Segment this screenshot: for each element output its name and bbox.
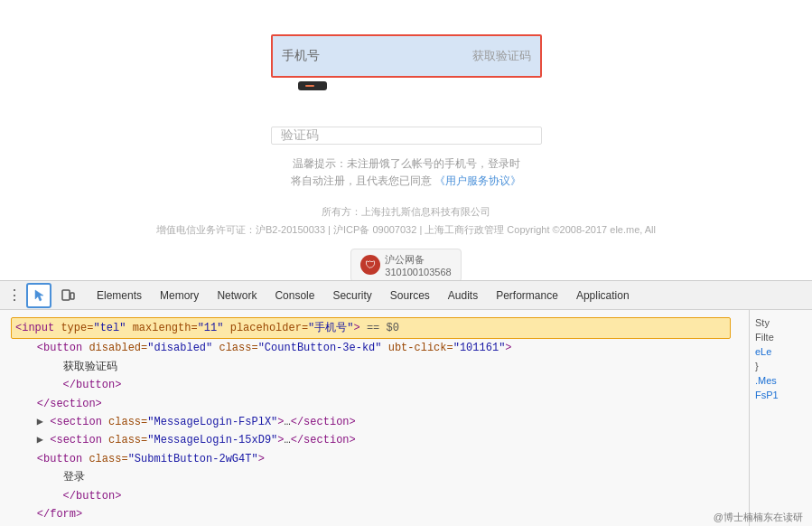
- watermark-text: @博士楠楠东在读研: [714, 512, 803, 522]
- tab-sources[interactable]: Sources: [381, 284, 439, 307]
- webpage-area: 手机号 获取验证码 验证码 温馨提示：未注册饿了么帐号的手机号，登录时 将自动注…: [0, 0, 812, 280]
- security-badge: 🛡 沪公网备310100103568: [350, 249, 461, 282]
- footer-line1: 所有方：上海拉扎斯信息科技有限公司: [0, 203, 812, 221]
- footer-line2: 增值电信业务许可证：沪B2-20150033 | 沪ICP备 09007032 …: [0, 221, 812, 240]
- html-line-form-close: </form>: [11, 505, 738, 523]
- tab-network[interactable]: Network: [208, 284, 266, 307]
- phone-placeholder: 手机号: [282, 48, 320, 64]
- filter-label: Filte: [755, 332, 807, 343]
- tab-security[interactable]: Security: [323, 284, 380, 307]
- badge-text: 沪公网备310100103568: [385, 253, 451, 277]
- get-code-button[interactable]: 获取验证码: [472, 48, 531, 64]
- tab-application[interactable]: Application: [567, 284, 639, 307]
- tab-elements[interactable]: Elements: [88, 284, 151, 307]
- html-line-btn-text: 获取验证码: [11, 358, 738, 376]
- device-toggle-button[interactable]: [55, 283, 80, 308]
- fsp-label: FsP1: [755, 390, 807, 400]
- devtools-content: <input type="tel" maxlength="11" placeho…: [0, 310, 812, 526]
- html-line-submit-open[interactable]: <button class="SubmitButton-2wG4T">: [11, 450, 738, 468]
- verif-input-box[interactable]: 验证码: [271, 127, 542, 145]
- tab-memory[interactable]: Memory: [151, 284, 208, 307]
- html-line-btn-close: </button>: [11, 376, 738, 394]
- highlighted-text: <input type="tel" maxlength="11" placeho…: [11, 317, 731, 339]
- tos-link[interactable]: 《用户服务协议》: [434, 174, 521, 187]
- hint-line1: 温馨提示：未注册饿了么帐号的手机号，登录时: [293, 157, 520, 170]
- svg-rect-1: [70, 293, 74, 299]
- watermark: @博士楠楠东在读研: [714, 511, 803, 524]
- html-line-button[interactable]: <button disabled="disabled" class="Count…: [11, 339, 738, 357]
- html-line-submit-close: </button>: [11, 487, 738, 505]
- html-line-section-close: </section>: [11, 395, 738, 413]
- tab-audits[interactable]: Audits: [439, 284, 487, 307]
- devtools-toolbar: ⋮ Elements Memory Network Console Securi…: [0, 281, 812, 310]
- hint-line2-pre: 将自动注册，且代表您已同意: [291, 174, 434, 187]
- svg-rect-0: [62, 290, 70, 300]
- html-line-login-text: 登录: [11, 468, 738, 486]
- highlighted-element-line[interactable]: <input type="tel" maxlength="11" placeho…: [11, 317, 738, 339]
- html-line-msgsection1[interactable]: ▶ <section class="MessageLogin-FsPlX">…<…: [11, 413, 738, 431]
- right-sidebar: Sty Filte eLe } .Mes FsP1: [749, 310, 812, 526]
- brace-label: }: [755, 361, 807, 371]
- tab-performance[interactable]: Performance: [487, 284, 567, 307]
- devtools-panel: ⋮ Elements Memory Network Console Securi…: [0, 280, 812, 526]
- sty-label: Sty: [755, 317, 807, 328]
- footer-info: 所有方：上海拉扎斯信息科技有限公司 增值电信业务许可证：沪B2-20150033…: [0, 203, 812, 240]
- element-label: eLe: [755, 346, 807, 357]
- tooltip-tag: [305, 85, 314, 87]
- verif-placeholder: 验证码: [281, 127, 319, 144]
- mes-label: .Mes: [755, 375, 807, 386]
- badge-container: 🛡 沪公网备310100103568: [350, 249, 461, 282]
- element-inspector-button[interactable]: [26, 283, 51, 308]
- html-tree: <input type="tel" maxlength="11" placeho…: [0, 310, 749, 526]
- element-tooltip: [298, 81, 327, 90]
- html-line-msgsection2[interactable]: ▶ <section class="MessageLogin-15xD9">…<…: [11, 431, 738, 449]
- devtools-dots-menu[interactable]: ⋮: [7, 286, 21, 304]
- shield-icon: 🛡: [360, 255, 380, 275]
- phone-input-wrapper: 手机号 获取验证码: [271, 34, 542, 78]
- phone-input-box[interactable]: 手机号 获取验证码: [271, 34, 542, 78]
- tab-console[interactable]: Console: [266, 284, 323, 307]
- hint-text: 温馨提示：未注册饿了么帐号的手机号，登录时 将自动注册，且代表您已同意 《用户服…: [271, 155, 542, 190]
